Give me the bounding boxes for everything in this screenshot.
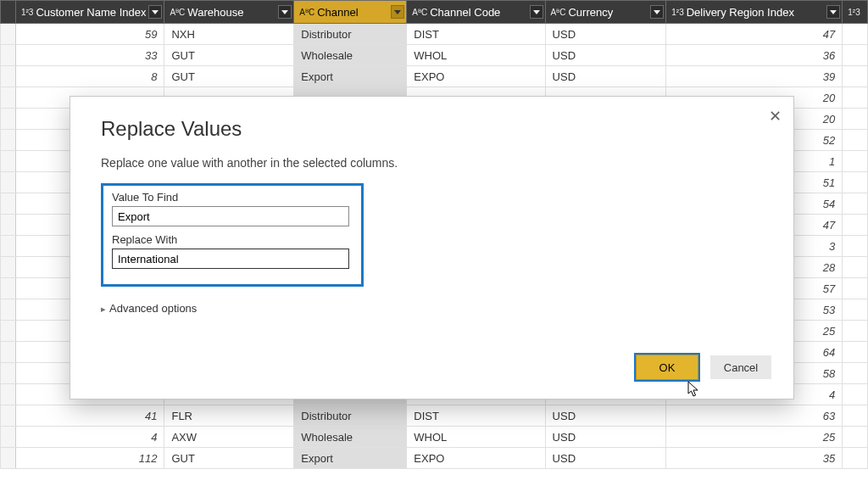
- cell-next[interactable]: [843, 363, 868, 384]
- column-header-channel[interactable]: AᴮC Channel: [294, 1, 407, 24]
- filter-dropdown-button[interactable]: [278, 5, 292, 19]
- cell-delivery-region[interactable]: 39: [666, 66, 843, 87]
- row-handle[interactable]: [1, 321, 16, 342]
- row-handle[interactable]: [1, 384, 16, 405]
- row-handle[interactable]: [1, 278, 16, 299]
- cell-next[interactable]: [843, 278, 868, 299]
- cell-channel[interactable]: Distributor: [294, 24, 407, 45]
- row-handle[interactable]: [1, 45, 16, 66]
- filter-dropdown-button[interactable]: [391, 5, 404, 19]
- cell-delivery-region[interactable]: 63: [666, 405, 843, 427]
- row-handle[interactable]: [1, 236, 16, 257]
- column-header-customer-index[interactable]: 1²3 Customer Name Index: [15, 1, 164, 24]
- cell-next[interactable]: [843, 193, 868, 215]
- table-row[interactable]: 41FLRDistributorDISTUSD63: [1, 405, 868, 427]
- row-handle[interactable]: [1, 24, 16, 45]
- cell-channel-code[interactable]: EXPO: [407, 448, 545, 469]
- cell-warehouse[interactable]: NXH: [164, 24, 294, 45]
- column-header-delivery-region[interactable]: 1²3 Delivery Region Index: [666, 1, 843, 24]
- cell-currency[interactable]: USD: [545, 427, 666, 448]
- cell-warehouse[interactable]: GUT: [164, 66, 294, 87]
- cell-warehouse[interactable]: AXW: [164, 427, 294, 448]
- cell-next[interactable]: [843, 448, 868, 469]
- cell-channel-code[interactable]: EXPO: [407, 66, 545, 87]
- cell-channel[interactable]: Wholesale: [294, 45, 407, 66]
- cell-delivery-region[interactable]: 47: [666, 24, 843, 45]
- cell-channel-code[interactable]: DIST: [407, 24, 545, 45]
- advanced-options-toggle[interactable]: Advanced options: [101, 302, 763, 315]
- cell-customer-index[interactable]: 59: [15, 24, 164, 45]
- table-row[interactable]: 59NXHDistributorDISTUSD47: [1, 24, 868, 45]
- row-handle[interactable]: [1, 66, 16, 87]
- replace-with-input[interactable]: [112, 249, 349, 269]
- column-header-warehouse[interactable]: AᴮC Warehouse: [164, 1, 294, 24]
- column-header-currency[interactable]: AᴮC Currency: [545, 1, 666, 24]
- cell-next[interactable]: [843, 321, 868, 342]
- cell-next[interactable]: [843, 24, 868, 45]
- cell-channel-code[interactable]: WHOL: [407, 45, 545, 66]
- cell-currency[interactable]: USD: [545, 405, 666, 427]
- cell-delivery-region[interactable]: 36: [666, 45, 843, 66]
- cell-delivery-region[interactable]: 25: [666, 427, 843, 448]
- cell-customer-index[interactable]: 4: [15, 427, 164, 448]
- cell-next[interactable]: [843, 405, 868, 427]
- cell-next[interactable]: [843, 66, 868, 87]
- cell-customer-index[interactable]: 112: [15, 448, 164, 469]
- table-row[interactable]: 112GUTExportEXPOUSD35: [1, 448, 868, 469]
- column-header-next[interactable]: 1²3: [843, 1, 868, 24]
- cell-next[interactable]: [843, 236, 868, 257]
- table-row[interactable]: 4AXWWholesaleWHOLUSD25: [1, 427, 868, 448]
- cell-next[interactable]: [843, 109, 868, 130]
- cell-warehouse[interactable]: GUT: [164, 448, 294, 469]
- cell-currency[interactable]: USD: [545, 24, 666, 45]
- cell-channel[interactable]: Distributor: [294, 405, 407, 427]
- row-handle[interactable]: [1, 427, 16, 448]
- cell-currency[interactable]: USD: [545, 45, 666, 66]
- row-handle[interactable]: [1, 87, 16, 109]
- cancel-button[interactable]: Cancel: [710, 355, 771, 379]
- cell-channel[interactable]: Export: [294, 66, 407, 87]
- filter-dropdown-button[interactable]: [650, 5, 664, 19]
- filter-dropdown-button[interactable]: [826, 5, 840, 19]
- cell-next[interactable]: [843, 384, 868, 405]
- cell-next[interactable]: [843, 130, 868, 151]
- cell-customer-index[interactable]: 8: [15, 66, 164, 87]
- cell-next[interactable]: [843, 342, 868, 363]
- filter-dropdown-button[interactable]: [148, 5, 162, 19]
- row-handle[interactable]: [1, 299, 16, 321]
- row-handle[interactable]: [1, 130, 16, 151]
- cell-customer-index[interactable]: 41: [15, 405, 164, 427]
- cell-next[interactable]: [843, 215, 868, 236]
- cell-currency[interactable]: USD: [545, 66, 666, 87]
- cell-warehouse[interactable]: FLR: [164, 405, 294, 427]
- row-handle[interactable]: [1, 215, 16, 236]
- cell-next[interactable]: [843, 257, 868, 278]
- cell-next[interactable]: [843, 299, 868, 321]
- row-handle[interactable]: [1, 109, 16, 130]
- row-handle[interactable]: [1, 405, 16, 427]
- ok-button[interactable]: OK: [637, 355, 698, 379]
- row-handle[interactable]: [1, 151, 16, 172]
- row-handle[interactable]: [1, 193, 16, 215]
- filter-dropdown-button[interactable]: [530, 5, 543, 19]
- row-handle[interactable]: [1, 363, 16, 384]
- close-button[interactable]: ✕: [769, 107, 782, 126]
- cell-channel-code[interactable]: WHOL: [407, 427, 545, 448]
- cell-channel-code[interactable]: DIST: [407, 405, 545, 427]
- cell-next[interactable]: [843, 45, 868, 66]
- cell-warehouse[interactable]: GUT: [164, 45, 294, 66]
- cell-next[interactable]: [843, 151, 868, 172]
- table-row[interactable]: 33GUTWholesaleWHOLUSD36: [1, 45, 868, 66]
- cell-next[interactable]: [843, 172, 868, 193]
- row-handle[interactable]: [1, 172, 16, 193]
- cell-channel[interactable]: Export: [294, 448, 407, 469]
- cell-next[interactable]: [843, 427, 868, 448]
- row-handle[interactable]: [1, 257, 16, 278]
- row-handle[interactable]: [1, 448, 16, 469]
- cell-currency[interactable]: USD: [545, 448, 666, 469]
- cell-channel[interactable]: Wholesale: [294, 427, 407, 448]
- row-handle[interactable]: [1, 342, 16, 363]
- value-to-find-input[interactable]: [112, 206, 349, 226]
- table-row[interactable]: 8GUTExportEXPOUSD39: [1, 66, 868, 87]
- cell-next[interactable]: [843, 87, 868, 109]
